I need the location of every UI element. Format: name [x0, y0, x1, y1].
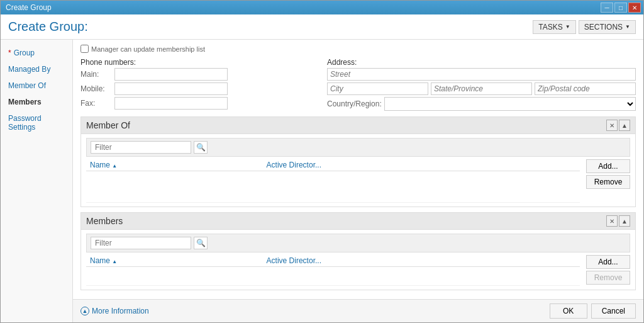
sections-label: SECTIONS [584, 23, 623, 31]
member-of-controls: ✕ ▲ [606, 120, 630, 131]
members-search-btn[interactable]: 🔍 [194, 237, 208, 249]
members-close-btn[interactable]: ✕ [606, 215, 618, 227]
form-row-contact: Phone numbers: Main: Mobile: [80, 58, 636, 111]
member-of-search-btn[interactable]: 🔍 [194, 141, 208, 154]
content-inner: Manager can update membership list Phone… [73, 40, 643, 299]
bottom-bar: ▲ More Information OK Cancel [73, 299, 643, 322]
member-of-filter-input[interactable] [91, 141, 191, 154]
sidebar-item-members-label: Members [8, 98, 42, 106]
sidebar-item-group-label: Group [14, 48, 35, 57]
member-of-add-btn[interactable]: Add... [586, 159, 630, 173]
minimize-button[interactable]: ─ [601, 3, 613, 13]
close-button[interactable]: ✕ [628, 3, 641, 13]
members-remove-btn[interactable]: Remove [586, 271, 630, 285]
more-info-icon: ▲ [80, 307, 89, 315]
sidebar: * Group Managed By Member Of Members Pas… [1, 40, 73, 322]
members-col-name[interactable]: Name ▲ [86, 255, 263, 267]
country-select[interactable] [384, 97, 636, 111]
tasks-button[interactable]: TASKS ▼ [533, 20, 575, 34]
main-field-row: Main: [80, 68, 322, 81]
member-of-title: Member Of [86, 120, 130, 130]
manager-check-row: Manager can update membership list [80, 45, 636, 53]
members-controls: ✕ ▲ [606, 215, 630, 227]
members-table: Name ▲ Active Director... [86, 255, 580, 286]
members-filter-bar: 🔍 [86, 234, 630, 252]
members-section: Members ✕ ▲ 🔍 [80, 212, 636, 290]
sections-button[interactable]: SECTIONS ▼ [579, 20, 636, 34]
members-content-row: Name ▲ Active Director... [86, 255, 630, 286]
main-phone-input[interactable] [114, 68, 228, 81]
member-of-collapse-btn[interactable]: ▲ [619, 120, 630, 131]
member-of-table: Name ▲ Active Director... [86, 159, 580, 203]
required-star: * [8, 48, 11, 57]
sidebar-item-group[interactable]: * Group [1, 45, 72, 61]
members-filter-input[interactable] [91, 237, 191, 249]
sections-dropdown-icon: ▼ [625, 24, 630, 30]
member-of-col-name[interactable]: Name ▲ [86, 159, 263, 171]
main-window: Create Group ─ □ ✕ Create Group: TASKS ▼… [0, 0, 644, 323]
member-of-close-btn[interactable]: ✕ [606, 120, 618, 131]
members-section-header: Members ✕ ▲ [81, 213, 635, 230]
member-of-remove-btn[interactable]: Remove [586, 175, 630, 189]
sidebar-item-managed-by[interactable]: Managed By [1, 61, 72, 77]
address-city-row [327, 82, 636, 95]
member-of-sort-arrow: ▲ [112, 163, 117, 169]
member-of-section: Member Of ✕ ▲ 🔍 [80, 116, 636, 207]
member-of-section-header: Member Of ✕ ▲ [81, 117, 635, 134]
members-col-ad[interactable]: Active Director... [263, 255, 580, 267]
members-actions: Add... Remove [582, 255, 630, 285]
members-collapse-btn[interactable]: ▲ [619, 215, 630, 227]
tasks-label: TASKS [538, 23, 562, 31]
dialog-title: Create Group: [8, 20, 88, 34]
manager-checkbox[interactable] [80, 45, 89, 53]
content-area: Manager can update membership list Phone… [73, 40, 643, 322]
member-of-tbody [86, 171, 580, 203]
phone-numbers-label: Phone numbers: [80, 58, 322, 67]
phone-section: Phone numbers: Main: Mobile: [80, 58, 322, 111]
sidebar-item-member-of[interactable]: Member Of [1, 77, 72, 94]
sidebar-item-members[interactable]: Members [1, 94, 72, 110]
top-section: Manager can update membership list Phone… [80, 45, 636, 111]
sidebar-item-password-settings-label: Password Settings [8, 114, 65, 132]
address-section: Address: Country/Regi [327, 58, 636, 111]
scrollable-content[interactable]: Manager can update membership list Phone… [73, 40, 643, 299]
sidebar-item-managed-by-label: Managed By [8, 65, 50, 74]
more-info[interactable]: ▲ More Information [80, 307, 149, 315]
bottom-buttons: OK Cancel [550, 303, 636, 319]
fax-label: Fax: [80, 99, 112, 108]
state-input[interactable] [431, 82, 532, 95]
more-info-label: More Information [92, 307, 149, 315]
zip-input[interactable] [535, 82, 636, 95]
street-input[interactable] [327, 68, 636, 81]
country-row: Country/Region: [327, 97, 636, 111]
tasks-dropdown-icon: ▼ [565, 24, 570, 30]
members-title: Members [86, 216, 123, 226]
member-of-actions: Add... Remove [582, 159, 630, 189]
fax-input[interactable] [114, 97, 228, 110]
sidebar-item-password-settings[interactable]: Password Settings [1, 110, 72, 135]
member-of-section-body: 🔍 Name ▲ [81, 134, 635, 207]
address-label: Address: [327, 58, 636, 67]
manager-checkbox-label: Manager can update membership list [91, 45, 205, 53]
members-section-body: 🔍 Name ▲ [81, 230, 635, 290]
dialog-body: * Group Managed By Member Of Members Pas… [1, 40, 643, 322]
dialog-header: Create Group: TASKS ▼ SECTIONS ▼ [1, 14, 643, 40]
member-of-content-row: Name ▲ Active Director... [86, 159, 630, 203]
members-tbody [86, 267, 580, 286]
ok-button[interactable]: OK [550, 303, 587, 319]
title-bar: Create Group ─ □ ✕ [1, 1, 643, 14]
cancel-button[interactable]: Cancel [591, 303, 636, 319]
mobile-field-row: Mobile: [80, 82, 322, 95]
members-sort-arrow: ▲ [112, 259, 117, 264]
sidebar-item-member-of-label: Member Of [8, 81, 46, 90]
members-table-area: Name ▲ Active Director... [86, 255, 580, 286]
mobile-label: Mobile: [80, 84, 112, 93]
mobile-phone-input[interactable] [114, 82, 228, 95]
member-of-col-ad[interactable]: Active Director... [263, 159, 580, 171]
city-input[interactable] [327, 82, 428, 95]
country-label: Country/Region: [327, 99, 382, 108]
title-bar-text: Create Group [3, 3, 52, 12]
members-add-btn[interactable]: Add... [586, 255, 630, 269]
member-of-filter-bar: 🔍 [86, 138, 630, 157]
maximize-button[interactable]: □ [614, 3, 627, 13]
